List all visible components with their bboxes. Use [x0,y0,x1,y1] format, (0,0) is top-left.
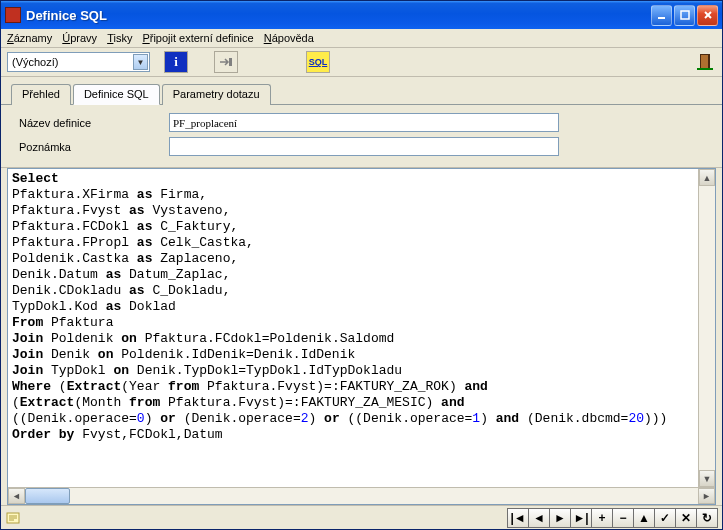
sql-editor[interactable]: SelectPfaktura.XFirma as Firma,Pfaktura.… [8,169,698,487]
nav-prev[interactable]: ◄ [528,508,550,528]
info-button[interactable]: i [164,51,188,73]
nav-next[interactable]: ► [549,508,571,528]
exit-button[interactable] [694,51,716,73]
nav-first[interactable]: |◄ [507,508,529,528]
tab-definice[interactable]: Definice SQL [73,84,160,105]
view-combo-value: (Výchozí) [12,56,58,68]
nazev-label: Název definice [19,117,169,129]
tab-parametry[interactable]: Parametry dotazu [162,84,271,105]
menubar: Záznamy Úpravy Tisky Připojit externí de… [1,29,722,48]
tabstrip: Přehled Definice SQL Parametry dotazu [1,77,722,105]
sql-button[interactable]: SQL [306,51,330,73]
nav-last[interactable]: ►| [570,508,592,528]
menu-zaznamy[interactable]: Záznamy [7,32,52,44]
titlebar[interactable]: Definice SQL [1,1,722,29]
nav-edit[interactable]: ▲ [633,508,655,528]
close-button[interactable] [697,5,718,26]
menu-tisky[interactable]: Tisky [107,32,132,44]
maximize-button[interactable] [674,5,695,26]
chevron-down-icon[interactable]: ▼ [133,54,148,70]
tab-prehled[interactable]: Přehled [11,84,71,105]
window-title: Definice SQL [26,8,651,23]
menu-upravy[interactable]: Úpravy [62,32,97,44]
app-icon [5,7,21,23]
scroll-left-icon[interactable]: ◄ [8,488,25,504]
menu-pripojit[interactable]: Připojit externí definice [142,32,253,44]
minimize-button[interactable] [651,5,672,26]
view-combo[interactable]: (Výchozí) ▼ [7,52,150,72]
nav-add[interactable]: + [591,508,613,528]
svg-rect-4 [229,58,232,66]
vscroll-track[interactable] [699,186,715,470]
app-window: Definice SQL Záznamy Úpravy Tisky Připoj… [0,0,723,530]
export-button[interactable] [214,51,238,73]
scroll-up-icon[interactable]: ▲ [699,169,715,186]
editor-wrap: SelectPfaktura.XFirma as Firma,Pfaktura.… [1,168,722,505]
nav-buttons: |◄ ◄ ► ►| + − ▲ ✓ ✕ ↻ [508,508,718,528]
toolbar: (Výchozí) ▼ i SQL [1,48,722,77]
svg-rect-1 [681,11,689,19]
nav-delete[interactable]: − [612,508,634,528]
menu-napoveda[interactable]: Nápověda [264,32,314,44]
statusbar: |◄ ◄ ► ►| + − ▲ ✓ ✕ ↻ [1,505,722,529]
status-icon [5,509,23,527]
poznamka-label: Poznámka [19,141,169,153]
svg-rect-6 [701,55,708,69]
hscroll-thumb[interactable] [25,488,70,504]
scroll-down-icon[interactable]: ▼ [699,470,715,487]
poznamka-input[interactable] [169,137,559,156]
svg-rect-0 [658,17,665,19]
nav-refresh[interactable]: ↻ [696,508,718,528]
horizontal-scrollbar[interactable]: ◄ ► [8,487,715,504]
hscroll-track[interactable] [25,488,698,504]
nav-cancel[interactable]: ✕ [675,508,697,528]
nav-ok[interactable]: ✓ [654,508,676,528]
form-area: Název definice Poznámka [1,105,722,168]
vertical-scrollbar[interactable]: ▲ ▼ [698,169,715,487]
scroll-right-icon[interactable]: ► [698,488,715,504]
nazev-input[interactable] [169,113,559,132]
